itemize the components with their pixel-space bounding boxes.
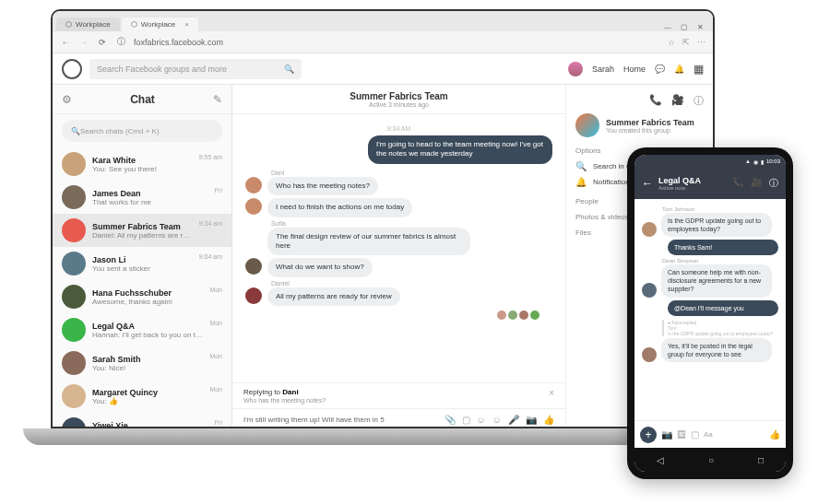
- app-topbar: Search Facebook groups and more 🔍 Sarah …: [53, 53, 713, 85]
- apps-icon[interactable]: ▦: [694, 63, 704, 76]
- message-incoming[interactable]: Yes, it'll be posted in the legal group …: [661, 338, 772, 362]
- wifi-icon: ◉: [753, 158, 758, 165]
- group-name: Summer Fabrics Team: [606, 118, 694, 127]
- avatar: [62, 152, 86, 176]
- star-icon[interactable]: ☆: [668, 38, 675, 47]
- android-nav: ◁ ○ □: [634, 448, 786, 472]
- compose-input[interactable]: I'm still writing them up! Will have the…: [243, 416, 439, 424]
- nav-home-icon[interactable]: ○: [708, 455, 714, 465]
- message-list: 9:34 AM I'm going to head to the team me…: [232, 114, 565, 382]
- forward-icon[interactable]: →: [78, 37, 89, 48]
- chat-item[interactable]: Hana Fuchsschuber Awesome, thanks again!…: [53, 280, 231, 313]
- browser-tab[interactable]: ⬡ Workplace: [56, 18, 120, 31]
- time-divider: 9:34 AM: [245, 125, 552, 132]
- bell-icon: 🔔: [575, 177, 587, 187]
- message-incoming[interactable]: The final design review of our summer fa…: [267, 228, 470, 256]
- home-link[interactable]: Home: [623, 64, 646, 74]
- message-outgoing[interactable]: @Dean I'll message you: [668, 300, 778, 316]
- add-icon[interactable]: +: [640, 427, 657, 443]
- notifications-icon[interactable]: 🔔: [674, 64, 684, 74]
- gallery-icon[interactable]: 🖼: [677, 429, 686, 440]
- voice-icon[interactable]: 🎤: [508, 415, 519, 425]
- menu-icon[interactable]: ⋯: [697, 38, 706, 47]
- chat-search[interactable]: 🔍 Search chats (Cmd + K): [62, 120, 222, 142]
- chat-item[interactable]: Yiwei Xie You: Thanks so much! Fri: [53, 413, 231, 428]
- chat-name: Legal Q&A: [92, 322, 203, 331]
- chat-list: Kara White You: See you there! 9:55 am J…: [53, 147, 231, 428]
- gif-icon[interactable]: ▢: [462, 415, 470, 425]
- chat-title[interactable]: Legal Q&A: [658, 176, 727, 185]
- call-icon[interactable]: 📞: [649, 94, 662, 108]
- video-icon[interactable]: 🎥: [751, 177, 762, 190]
- conversation-header: Summer Fabrics Team Active 3 minutes ago: [232, 85, 565, 114]
- chat-name: James Dean: [92, 189, 208, 198]
- chat-item[interactable]: Sarah Smith You: Nice! Mon: [53, 346, 231, 380]
- nav-recent-icon[interactable]: □: [758, 455, 764, 465]
- browser-tabs: ⬡ Workplace ⬡ Workplace× — ▢ ✕: [53, 11, 713, 31]
- close-icon[interactable]: ✕: [697, 23, 704, 31]
- close-icon[interactable]: ×: [549, 388, 554, 398]
- message-incoming[interactable]: All my patterns are ready for review: [267, 287, 400, 306]
- compose-icon[interactable]: ✎: [213, 93, 222, 106]
- info-icon[interactable]: ⓘ: [694, 94, 704, 108]
- chat-item[interactable]: Legal Q&A Hannah: I'll get back to you o…: [53, 313, 231, 346]
- open-icon[interactable]: ⇱: [682, 38, 690, 47]
- chat-preview: That works for me: [92, 198, 208, 206]
- back-icon[interactable]: ←: [60, 37, 71, 48]
- browser-tab-active[interactable]: ⬡ Workplace×: [122, 18, 198, 31]
- back-icon[interactable]: ←: [642, 177, 653, 190]
- info-icon[interactable]: ⓘ: [769, 177, 778, 190]
- lock-icon: ⓘ: [115, 37, 126, 48]
- call-icon[interactable]: 📞: [732, 177, 743, 190]
- message-outgoing[interactable]: I'm going to head to the team meeting no…: [368, 135, 552, 164]
- message-outgoing[interactable]: Thanks Sam!: [668, 240, 778, 255]
- chat-name: Jason Li: [92, 255, 193, 264]
- maximize-icon[interactable]: ▢: [681, 23, 688, 31]
- minimize-icon[interactable]: —: [664, 23, 671, 31]
- message-incoming[interactable]: What do we want to show?: [267, 258, 373, 276]
- chat-name: Yiwei Xie: [92, 421, 208, 429]
- chat-preview: You: Nice!: [92, 364, 203, 372]
- reload-icon[interactable]: ⟳: [97, 37, 108, 48]
- url-field[interactable]: foxfabrics.facebook.com: [134, 38, 660, 47]
- close-icon[interactable]: ×: [184, 20, 189, 29]
- message-incoming[interactable]: Can someone help me with non-disclosure …: [661, 264, 772, 297]
- avatar: [642, 222, 657, 237]
- chat-preview: Awesome, thanks again!: [92, 298, 203, 306]
- laptop-screen: ⬡ Workplace ⬡ Workplace× — ▢ ✕ ← → ⟳ ⓘ f…: [51, 9, 715, 428]
- battery-icon: ▮: [761, 158, 764, 165]
- camera-icon[interactable]: 📷: [661, 429, 672, 440]
- global-search[interactable]: Search Facebook groups and more 🔍: [89, 59, 302, 79]
- sidebar-title: Chat: [72, 93, 213, 106]
- compose-input[interactable]: Aa: [704, 430, 765, 439]
- message-incoming[interactable]: I need to finish the actions on me today: [267, 198, 412, 217]
- chat-time: Fri: [215, 187, 222, 193]
- gear-icon[interactable]: ⚙: [62, 93, 72, 106]
- avatar: [245, 177, 262, 193]
- chat-item[interactable]: Jason Li You sent a sticker 9:04 am: [53, 247, 231, 280]
- avatar[interactable]: [568, 62, 583, 76]
- chat-item[interactable]: Kara White You: See you there! 9:55 am: [53, 147, 231, 181]
- message-incoming[interactable]: Is the GDPR update going out to employee…: [661, 213, 772, 237]
- message-incoming[interactable]: Who has the meeting notes?: [267, 177, 378, 195]
- chat-item[interactable]: Summer Fabrics Team Daniel: All my patte…: [53, 214, 231, 247]
- like-icon[interactable]: 👍: [543, 415, 554, 425]
- gif-icon[interactable]: ▢: [691, 429, 699, 440]
- messages-icon[interactable]: 💬: [655, 64, 665, 74]
- nav-back-icon[interactable]: ◁: [657, 455, 664, 465]
- video-icon[interactable]: 🎥: [671, 94, 684, 108]
- emoji-icon[interactable]: ☺: [492, 415, 502, 425]
- camera-icon[interactable]: 📷: [526, 415, 537, 425]
- user-name[interactable]: Sarah: [592, 64, 614, 74]
- avatar: [245, 228, 262, 244]
- chat-item[interactable]: Margaret Quincy You: 👍 Mon: [53, 380, 231, 413]
- conversation-pane: Summer Fabrics Team Active 3 minutes ago…: [232, 85, 565, 428]
- phone-screen: ▲ ◉ ▮ 10:03 ← Legal Q&A Active now 📞 🎥 ⓘ…: [634, 155, 786, 472]
- workplace-logo[interactable]: [62, 59, 82, 79]
- like-icon[interactable]: 👍: [769, 429, 780, 440]
- window-controls: — ▢ ✕: [658, 23, 709, 31]
- chat-preview: Hannah: I'll get back to you on that dir…: [92, 331, 203, 339]
- chat-item[interactable]: James Dean That works for me Fri: [53, 181, 231, 214]
- sticker-icon[interactable]: ☺: [477, 415, 486, 425]
- attach-icon[interactable]: 📎: [445, 415, 456, 425]
